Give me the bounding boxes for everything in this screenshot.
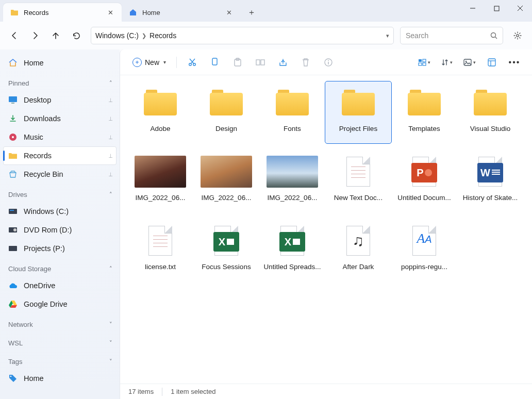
- minimize-button[interactable]: [461, 0, 485, 16]
- sidebar-item-label: Home: [24, 374, 44, 383]
- excel-icon: X: [201, 223, 252, 259]
- sidebar-item-downloads[interactable]: Downloads ⟂: [3, 109, 117, 128]
- address-bar[interactable]: Windows (C:) ❯ Records ▾: [91, 27, 394, 44]
- file-item[interactable]: Adobe: [127, 81, 193, 143]
- file-item[interactable]: New Text Doc...: [325, 151, 391, 212]
- sidebar-section-tags[interactable]: Tags ˅: [3, 354, 117, 369]
- image-icon: [267, 154, 318, 190]
- breadcrumb-part[interactable]: Records: [149, 31, 176, 40]
- svg-rect-29: [423, 59, 426, 62]
- breadcrumb-part[interactable]: Windows (C:): [95, 31, 139, 40]
- sidebar-item-label: Music: [24, 133, 43, 141]
- file-item[interactable]: WHistory of Skate...: [457, 151, 523, 212]
- copy-button[interactable]: [205, 53, 225, 72]
- sidebar-item-drive-c[interactable]: Windows (C:): [3, 202, 117, 221]
- new-tab-button[interactable]: ＋: [243, 4, 260, 21]
- file-item[interactable]: IMG_2022_06...: [127, 151, 193, 212]
- sidebar-item-drive-d[interactable]: DVD Rom (D:): [3, 221, 117, 239]
- sidebar-item-label: Windows (C:): [24, 207, 69, 215]
- audio-icon: ♫: [332, 223, 384, 259]
- tab-home[interactable]: Home ✕: [122, 3, 240, 22]
- search-input[interactable]: Search: [400, 27, 503, 44]
- file-item[interactable]: PUntitled Docum...: [391, 151, 457, 212]
- file-item[interactable]: IMG_2022_06...: [193, 151, 259, 212]
- sidebar-item-drive-p[interactable]: Projects (P:): [3, 239, 117, 258]
- sidebar-item-music[interactable]: Music ⟂: [3, 128, 117, 146]
- close-icon[interactable]: ✕: [104, 6, 117, 19]
- close-icon[interactable]: ✕: [223, 6, 235, 19]
- folder-icon: [201, 85, 252, 121]
- sidebar-item-tag-home[interactable]: Home: [3, 369, 117, 388]
- maximize-button[interactable]: [485, 0, 508, 16]
- separator: [176, 57, 177, 68]
- svg-point-33: [465, 60, 467, 62]
- pin-icon[interactable]: ⟂: [109, 171, 112, 178]
- file-item[interactable]: Fonts: [259, 81, 325, 143]
- file-item[interactable]: Visual Studio: [457, 81, 523, 143]
- file-label: poppins-regu...: [401, 263, 447, 271]
- tab-records[interactable]: Records ✕: [3, 3, 122, 22]
- delete-button[interactable]: [295, 53, 316, 72]
- pin-icon[interactable]: ⟂: [109, 134, 112, 141]
- file-item[interactable]: license.txt: [127, 220, 193, 281]
- file-item[interactable]: XFocus Sessions: [193, 220, 259, 281]
- cloud-icon: [8, 281, 18, 290]
- svg-rect-8: [11, 103, 14, 104]
- info-button[interactable]: [318, 53, 339, 72]
- folder-icon: [332, 85, 384, 121]
- svg-line-5: [495, 37, 497, 39]
- file-item[interactable]: Project Files: [325, 81, 391, 143]
- ppt-icon: P: [398, 154, 450, 190]
- chevron-down-icon[interactable]: ▾: [386, 32, 389, 39]
- svg-rect-32: [464, 59, 471, 65]
- folder-icon: [398, 85, 450, 121]
- file-item[interactable]: AApoppins-regu...: [391, 220, 457, 281]
- settings-button[interactable]: [508, 26, 527, 45]
- sidebar-item-desktop[interactable]: Desktop ⟂: [3, 91, 117, 109]
- sidebar-home[interactable]: Home: [3, 54, 117, 72]
- tag-icon: [8, 374, 18, 383]
- view-button[interactable]: ▾: [459, 53, 479, 72]
- refresh-button[interactable]: [67, 26, 86, 45]
- tab-label: Home: [142, 9, 160, 16]
- forward-button[interactable]: [26, 26, 44, 45]
- layout-button[interactable]: [481, 53, 502, 72]
- svg-rect-15: [9, 246, 17, 251]
- file-item[interactable]: Design: [193, 81, 259, 143]
- sort-order-button[interactable]: ▾: [436, 53, 457, 72]
- chevron-down-icon: ˅: [109, 358, 112, 365]
- close-button[interactable]: [508, 0, 532, 16]
- share-button[interactable]: [273, 53, 293, 72]
- file-label: History of Skate...: [463, 194, 518, 202]
- paste-button[interactable]: [227, 53, 248, 72]
- pin-icon[interactable]: ⟂: [109, 96, 112, 104]
- sidebar-section-pinned[interactable]: Pinned ˄: [3, 75, 117, 91]
- sidebar-section-network[interactable]: Network ˅: [3, 317, 117, 332]
- chevron-right-icon: ❯: [142, 32, 146, 39]
- sort-button[interactable]: ▾: [413, 53, 434, 72]
- sidebar-item-recycle-bin[interactable]: Recycle Bin ⟂: [3, 165, 117, 184]
- file-item[interactable]: XUntitled Spreads...: [259, 220, 325, 281]
- word-icon: W: [464, 154, 516, 190]
- file-grid[interactable]: AdobeDesignFontsProject FilesTemplatesVi…: [120, 75, 532, 384]
- sidebar-item-onedrive[interactable]: OneDrive: [3, 276, 117, 295]
- pin-icon[interactable]: ⟂: [109, 152, 112, 159]
- sidebar-item-googledrive[interactable]: Google Drive: [3, 295, 117, 313]
- sidebar-section-drives[interactable]: Drives ˄: [3, 187, 117, 202]
- sidebar-section-wsl[interactable]: WSL ˅: [3, 335, 117, 351]
- cut-button[interactable]: [182, 53, 203, 72]
- rename-button[interactable]: [250, 53, 271, 72]
- sidebar-section-cloud[interactable]: Cloud Storage ˄: [3, 261, 117, 276]
- new-button[interactable]: + New ▾: [127, 54, 171, 71]
- more-button[interactable]: •••: [504, 53, 525, 72]
- up-button[interactable]: [46, 26, 65, 45]
- selection-count: 1 item selected: [171, 388, 215, 395]
- back-button[interactable]: [5, 26, 24, 45]
- file-item[interactable]: ♫After Dark: [325, 220, 391, 281]
- sidebar-item-records[interactable]: Records ⟂: [3, 146, 117, 165]
- file-item[interactable]: Templates: [391, 81, 457, 143]
- nav-row: Windows (C:) ❯ Records ▾ Search: [0, 22, 532, 49]
- file-item[interactable]: IMG_2022_06...: [259, 151, 325, 212]
- chevron-down-icon: ˅: [109, 321, 112, 328]
- pin-icon[interactable]: ⟂: [109, 115, 112, 122]
